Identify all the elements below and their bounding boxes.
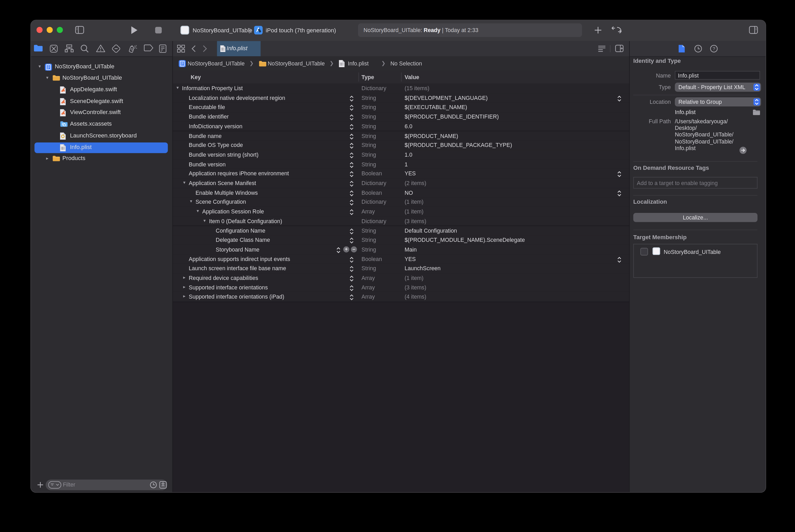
run-destination-name[interactable]: iPod touch (7th generation): [266, 27, 336, 33]
disclosure-triangle[interactable]: ▸: [183, 293, 186, 299]
plist-row-launch-screen-interface-file-base-name[interactable]: Launch screen interface file base nameSt…: [173, 264, 629, 273]
symbols-icon[interactable]: [64, 44, 74, 55]
target-checkbox[interactable]: [640, 248, 648, 255]
source-control-status-icon[interactable]: [159, 481, 167, 491]
file-tree-item-products[interactable]: ▸Products: [31, 153, 172, 165]
recent-files-icon[interactable]: [150, 481, 157, 491]
file-tree-item-viewcontroller-swift[interactable]: ViewController.swift: [31, 107, 172, 119]
disclosure-triangle[interactable]: ▸: [183, 275, 186, 280]
disclosure-triangle[interactable]: ▾: [176, 85, 179, 90]
plist-row-enable-multiple-windows[interactable]: Enable Multiple WindowsBooleanNO: [173, 188, 629, 198]
add-library-icon[interactable]: [594, 26, 602, 36]
minimize-window-button[interactable]: [46, 27, 53, 33]
file-tree-item-nostoryboard-uitable[interactable]: ▾NoStoryBoard_UITable: [31, 73, 172, 84]
jumpbar-segment[interactable]: Info.plist: [348, 60, 368, 66]
plist-row-application-session-role[interactable]: ▾Application Session RoleArray(1 item): [173, 207, 629, 217]
file-tree-item-info-plist[interactable]: Info.plist: [31, 142, 172, 153]
adjust-editor-options-icon[interactable]: [598, 45, 606, 54]
plist-row-application-scene-manifest[interactable]: ▾Application Scene ManifestDictionary(2 …: [173, 178, 629, 188]
file-inspector-icon[interactable]: [678, 45, 685, 55]
file-tree-item-nostoryboard-uitable[interactable]: ▾NoStoryBoard_UITable: [31, 61, 172, 73]
disclosure-triangle[interactable]: ▸: [183, 284, 186, 289]
jumpbar-segment[interactable]: NoStoryBoard_UITable: [268, 60, 325, 66]
location-dropdown[interactable]: Relative to Group: [675, 97, 761, 107]
plist-row-executable-file[interactable]: Executable fileString$(EXECUTABLE_NAME): [173, 102, 629, 113]
debug-icon[interactable]: [128, 44, 137, 55]
activity-view[interactable]: NoStoryBoard_UITable: Ready | Today at 2…: [358, 23, 582, 37]
close-window-button[interactable]: [37, 27, 43, 33]
zoom-window-button[interactable]: [57, 27, 63, 33]
add-file-icon[interactable]: [37, 481, 44, 490]
resource-tags-field[interactable]: Add to a target to enable tagging: [633, 177, 758, 188]
issues-icon[interactable]: [96, 44, 106, 55]
file-tree-item-assets-xcassets[interactable]: Assets.xcassets: [31, 118, 172, 130]
jumpbar-segment[interactable]: NoStoryBoard_UITable: [188, 60, 245, 66]
run-destination-icon[interactable]: [254, 26, 263, 37]
file-tree-item-appdelegate-swift[interactable]: AppDelegate.swift: [31, 84, 172, 96]
project-navigator-icon[interactable]: [33, 44, 43, 54]
plist-row-localization-native-development-region[interactable]: Localization native development regionSt…: [173, 93, 629, 103]
plist-row-configuration-name[interactable]: Configuration NameStringDefault Configur…: [173, 226, 629, 236]
column-header-value[interactable]: Value: [404, 74, 419, 80]
source-control-icon[interactable]: [49, 44, 58, 55]
help-inspector-icon[interactable]: ?: [710, 45, 718, 55]
filter-input[interactable]: Filter: [46, 479, 168, 490]
key-stepper-icon[interactable]: [349, 293, 354, 303]
tab-info-plist[interactable]: Info.plist: [217, 41, 261, 56]
toggle-navigator-icon[interactable]: [75, 26, 84, 36]
disclosure-triangle[interactable]: ▾: [183, 180, 186, 185]
plist-row-application-supports-indirect-input-events[interactable]: Application supports indirect input even…: [173, 254, 629, 264]
choose-folder-icon[interactable]: [752, 109, 761, 118]
plist-row-bundle-name[interactable]: Bundle nameString$(PRODUCT_NAME): [173, 131, 629, 141]
plist-row-infodictionary-version[interactable]: InfoDictionary versionString6.0: [173, 121, 629, 131]
column-divider[interactable]: [359, 73, 359, 82]
name-field[interactable]: Info.plist: [675, 71, 760, 80]
plist-row-item-0-default-configuration-[interactable]: ▾Item 0 (Default Configuration)Dictionar…: [173, 216, 629, 226]
plist-row-application-requires-iphone-environment[interactable]: Application requires iPhone environmentB…: [173, 169, 629, 179]
filter-options-icon[interactable]: [48, 481, 61, 491]
reports-icon[interactable]: [159, 44, 167, 55]
column-header-key[interactable]: Key: [191, 74, 201, 80]
plist-row-bundle-version-string-short-[interactable]: Bundle version string (short)String1.0: [173, 150, 629, 160]
plist-row-required-device-capabilities[interactable]: ▸Required device capabilitiesArray(1 ite…: [173, 273, 629, 283]
breakpoints-icon[interactable]: [143, 44, 153, 54]
related-items-icon[interactable]: [177, 45, 185, 55]
add-editor-icon[interactable]: [615, 45, 624, 54]
plist-row-supported-interface-orientations-ipad-[interactable]: ▸Supported interface orientations (iPad)…: [173, 292, 629, 302]
toggle-inspector-icon[interactable]: [749, 26, 758, 36]
plist-row-bundle-identifier[interactable]: Bundle identifierString$(PRODUCT_BUNDLE_…: [173, 112, 629, 122]
remove-row-button[interactable]: −: [351, 246, 357, 252]
search-icon[interactable]: [80, 44, 89, 55]
file-tree-item-scenedelegate-swift[interactable]: SceneDelegate.swift: [31, 96, 172, 107]
code-review-icon[interactable]: [611, 26, 622, 36]
plist-row-storyboard-name[interactable]: Storyboard Name+−StringMain: [173, 245, 629, 255]
open-path-arrow-icon[interactable]: [739, 147, 747, 156]
plist-row-supported-interface-orientations[interactable]: ▸Supported interface orientationsArray(3…: [173, 283, 629, 293]
type-dropdown[interactable]: Default - Property List XML: [675, 82, 761, 92]
run-button[interactable]: [130, 26, 138, 37]
history-inspector-icon[interactable]: [694, 45, 702, 55]
add-row-button[interactable]: +: [343, 246, 349, 252]
plist-row-scene-configuration[interactable]: ▾Scene ConfigurationDictionary(1 item): [173, 197, 629, 207]
back-navigation-icon[interactable]: [191, 45, 196, 55]
stop-button[interactable]: [155, 27, 162, 33]
plist-row-information-property-list[interactable]: ▾Information Property ListDictionary(15 …: [173, 83, 629, 94]
disclosure-triangle[interactable]: ▾: [204, 218, 206, 223]
column-divider[interactable]: [401, 73, 402, 82]
disclosure-triangle[interactable]: ▾: [39, 63, 41, 69]
jumpbar-segment[interactable]: No Selection: [391, 60, 422, 66]
forward-navigation-icon[interactable]: [203, 45, 207, 55]
disclosure-triangle[interactable]: ▾: [190, 199, 192, 204]
localize-button[interactable]: Localize...: [633, 213, 758, 222]
plist-row-delegate-class-name[interactable]: Delegate Class NameString$(PRODUCT_MODUL…: [173, 235, 629, 245]
file-tree-item-launchscreen-storyboard[interactable]: LaunchScreen.storyboard: [31, 130, 172, 142]
tests-icon[interactable]: [112, 44, 121, 55]
column-header-type[interactable]: Type: [361, 74, 374, 80]
disclosure-triangle[interactable]: ▾: [46, 75, 49, 80]
plist-row-bundle-version[interactable]: Bundle versionString1: [173, 159, 629, 170]
disclosure-triangle[interactable]: ▸: [46, 156, 49, 160]
scheme-name[interactable]: NoStoryBoard_UITable: [193, 27, 252, 33]
scheme-app-icon[interactable]: [181, 26, 189, 34]
plist-row-bundle-os-type-code[interactable]: Bundle OS Type codeString$(PRODUCT_BUNDL…: [173, 140, 629, 151]
disclosure-triangle[interactable]: ▾: [197, 208, 199, 213]
